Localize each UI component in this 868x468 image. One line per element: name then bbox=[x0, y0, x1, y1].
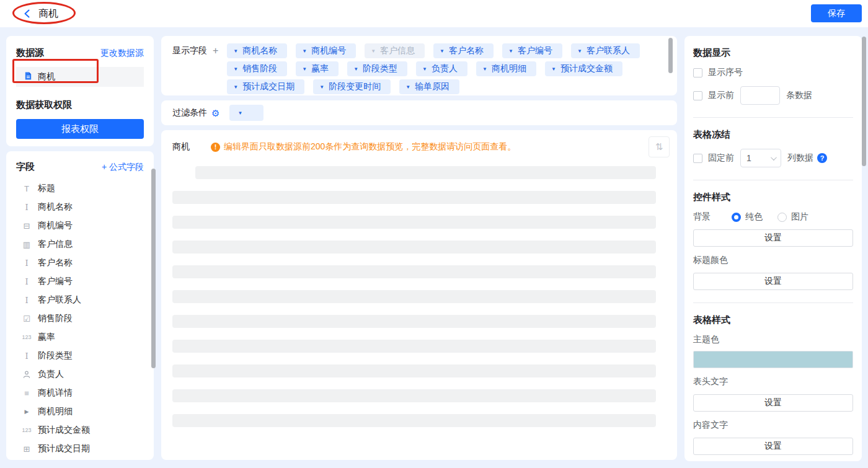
field-list: T标题 I商机名称 ⊟商机编号 ▥客户信息 I客户名称 I客户编号 I客户联系人… bbox=[16, 179, 144, 458]
field-label: 客户联系人 bbox=[38, 294, 81, 306]
field-label: 商机明细 bbox=[38, 406, 73, 417]
style-panel-scrollbar[interactable] bbox=[862, 37, 866, 166]
show-serial-label: 显示序号 bbox=[708, 67, 743, 78]
field-tag[interactable]: ▼商机明细 bbox=[476, 61, 536, 76]
person-icon bbox=[21, 370, 32, 379]
caret-down-icon: ▼ bbox=[233, 66, 238, 72]
divider bbox=[693, 302, 853, 303]
show-front-unit: 条数据 bbox=[786, 90, 812, 101]
number-icon: 123 bbox=[21, 428, 32, 433]
theme-color-swatch[interactable] bbox=[693, 351, 853, 368]
field-label: 赢率 bbox=[38, 332, 55, 343]
field-tag[interactable]: ▼阶段变更时间 bbox=[313, 79, 391, 94]
field-tag[interactable]: ▼赢率 bbox=[296, 61, 339, 76]
field-item[interactable]: ☑销售阶段 bbox=[16, 309, 144, 328]
set-header-text-button[interactable]: 设置 bbox=[693, 394, 853, 412]
field-tag[interactable]: ▼销售阶段 bbox=[227, 61, 287, 76]
skeleton-bar bbox=[172, 315, 656, 328]
set-content-text-button[interactable]: 设置 bbox=[693, 438, 853, 455]
show-front-checkbox[interactable] bbox=[693, 91, 702, 100]
sort-icon: ⇅ bbox=[655, 141, 663, 152]
field-item[interactable]: 负责人 bbox=[16, 365, 144, 384]
table-style-title: 表格样式 bbox=[693, 314, 853, 326]
freeze-count-select[interactable]: 1 bbox=[740, 149, 781, 167]
field-label: 销售阶段 bbox=[38, 313, 73, 324]
caret-down-icon: ▼ bbox=[577, 48, 582, 54]
field-label: 负责人 bbox=[38, 369, 64, 380]
field-item[interactable]: ▶商机明细 bbox=[16, 402, 144, 421]
help-icon[interactable]: ? bbox=[817, 153, 827, 163]
serial-number-icon: ⊟ bbox=[21, 222, 32, 230]
divider bbox=[693, 180, 853, 180]
field-tag[interactable]: ▼商机编号 bbox=[296, 43, 356, 58]
datasource-selected[interactable]: 商机 bbox=[16, 67, 144, 87]
image-radio[interactable] bbox=[777, 213, 787, 222]
save-button[interactable]: 保存 bbox=[811, 4, 862, 22]
add-field-button[interactable]: + bbox=[213, 45, 218, 56]
field-item[interactable]: I客户名称 bbox=[16, 254, 144, 272]
field-tag[interactable]: ▼预计成交金额 bbox=[545, 61, 622, 76]
field-tag[interactable]: ▼商机名称 bbox=[227, 43, 287, 58]
field-tag[interactable]: ▼负责人 bbox=[416, 61, 467, 76]
field-tag[interactable]: ▼预计成交日期 bbox=[227, 79, 304, 94]
change-datasource-link[interactable]: 更改数据源 bbox=[100, 48, 144, 59]
tags-scrollbar[interactable] bbox=[668, 38, 673, 73]
show-front-count-input[interactable] bbox=[740, 86, 780, 105]
date-icon: ⊞ bbox=[21, 445, 32, 453]
skeleton-bar bbox=[172, 265, 656, 278]
page-title: 商机 bbox=[38, 7, 58, 20]
field-item[interactable]: 123赢率 bbox=[16, 328, 144, 347]
field-tag[interactable]: ▼输单原因 bbox=[399, 79, 459, 94]
field-tag[interactable]: ▼客户名称 bbox=[433, 43, 494, 58]
field-label: 客户信息 bbox=[38, 239, 73, 250]
filter-label: 过滤条件 bbox=[172, 107, 207, 118]
field-tag[interactable]: ▼阶段类型 bbox=[347, 61, 407, 76]
solid-color-radio[interactable] bbox=[732, 213, 741, 222]
caret-down-icon: ▼ bbox=[440, 48, 445, 54]
field-item[interactable]: ≡商机详情 bbox=[16, 384, 144, 402]
field-item[interactable]: I商机名称 bbox=[16, 198, 144, 216]
divider bbox=[693, 117, 853, 118]
preview-source-label: 商机 bbox=[172, 141, 190, 152]
field-tag[interactable]: ▼客户编号 bbox=[502, 43, 562, 58]
datasource-selected-label: 商机 bbox=[38, 71, 55, 82]
fields-title: 字段 bbox=[16, 161, 35, 173]
report-permission-button[interactable]: 报表权限 bbox=[16, 119, 144, 139]
caret-down-icon: ▼ bbox=[233, 48, 238, 54]
fix-front-checkbox[interactable] bbox=[693, 154, 702, 163]
field-item[interactable]: I客户编号 bbox=[16, 272, 144, 291]
field-item[interactable]: ⊞预计成交日期 bbox=[16, 439, 144, 458]
field-item[interactable]: I阶段类型 bbox=[16, 347, 144, 365]
skeleton-bar bbox=[172, 414, 656, 427]
field-item[interactable]: 123预计成交金额 bbox=[16, 421, 144, 439]
top-bar: 商机 保存 bbox=[0, 0, 868, 27]
sort-button[interactable]: ⇅ bbox=[649, 136, 670, 157]
back-icon[interactable] bbox=[22, 9, 32, 19]
permission-title: 数据获取权限 bbox=[16, 99, 144, 111]
show-serial-checkbox[interactable] bbox=[693, 68, 702, 77]
fields-scrollbar[interactable] bbox=[151, 169, 156, 368]
gear-icon[interactable]: ⚙ bbox=[211, 108, 219, 118]
caret-down-icon: ▼ bbox=[422, 66, 427, 72]
text-icon: I bbox=[21, 278, 32, 286]
skeleton-bar bbox=[172, 389, 656, 402]
field-item[interactable]: ⊟商机编号 bbox=[16, 216, 144, 235]
skeleton-bar bbox=[195, 166, 656, 179]
field-tag-disabled[interactable]: ▼客户信息 bbox=[365, 43, 425, 58]
warning-icon: ! bbox=[211, 143, 220, 152]
freeze-count-value: 1 bbox=[746, 153, 751, 163]
add-formula-link[interactable]: + 公式字段 bbox=[102, 162, 144, 173]
text-icon: I bbox=[21, 203, 32, 211]
field-item[interactable]: I客户联系人 bbox=[16, 291, 144, 309]
set-title-color-button[interactable]: 设置 bbox=[693, 273, 853, 290]
image-label: 图片 bbox=[791, 211, 808, 223]
chart-icon: ▥ bbox=[21, 241, 32, 249]
display-fields-label: 显示字段 bbox=[172, 45, 207, 56]
field-item[interactable]: ▥客户信息 bbox=[16, 235, 144, 254]
skeleton-bar bbox=[172, 216, 656, 229]
solid-color-label: 纯色 bbox=[745, 211, 763, 223]
filter-dropdown[interactable]: ▼ bbox=[229, 105, 264, 121]
set-background-button[interactable]: 设置 bbox=[693, 229, 853, 247]
field-item[interactable]: T标题 bbox=[16, 179, 144, 198]
field-tag[interactable]: ▼客户联系人 bbox=[571, 43, 640, 58]
